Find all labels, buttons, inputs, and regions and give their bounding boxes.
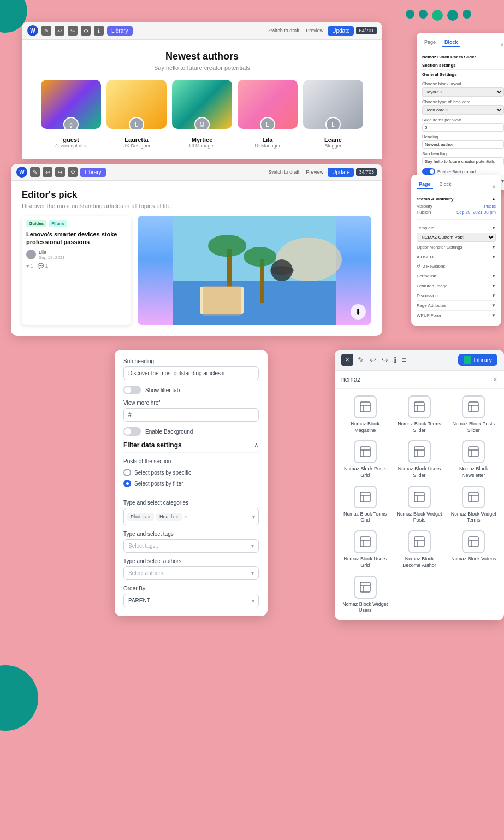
select-by-filter-radio[interactable] <box>123 480 131 487</box>
panel2-switch-draft-btn[interactable]: Switch to draft <box>266 168 301 176</box>
sub-heading-input[interactable] <box>422 157 504 165</box>
hero-download-button[interactable]: ⬇ <box>351 304 366 320</box>
sub-heading-form-input[interactable] <box>123 366 259 380</box>
page-settings-close[interactable]: × <box>492 183 496 191</box>
tags-label: Type and select tags <box>123 531 259 537</box>
card-type-select[interactable]: icon card 2 <box>422 105 504 115</box>
redo-icon[interactable]: ↪ <box>68 26 78 36</box>
panel2-library-button[interactable]: Library <box>80 168 106 177</box>
tab-page[interactable]: Page <box>417 180 433 189</box>
library-close-button[interactable]: × <box>341 354 353 366</box>
author-card-3: L Lila UI Manager <box>238 80 298 149</box>
library-block-icon-1 <box>408 395 431 418</box>
categories-label: Type and select categories <box>123 500 259 506</box>
slide-items-input[interactable] <box>422 123 504 132</box>
featured-image-section[interactable]: Featured Image ▼ <box>417 281 496 291</box>
library-search-input[interactable] <box>341 376 493 383</box>
heading-input[interactable] <box>422 140 504 149</box>
library-block-0[interactable]: Ncmaz Block Magazine <box>341 395 389 434</box>
category-tag-health-remove[interactable]: × <box>175 514 179 520</box>
select-by-specific-label: Select posts by specific <box>134 470 191 476</box>
library-block-5[interactable]: Ncmaz Block Newsletter <box>450 440 497 478</box>
panel2-undo-icon[interactable]: ↩ <box>43 167 52 177</box>
library-list-button[interactable]: ≡ <box>401 354 407 365</box>
preview-btn[interactable]: Preview <box>304 27 325 34</box>
block-layout-row: Choose block layout layout 1 <box>422 81 504 97</box>
category-tag-photos-remove[interactable]: × <box>147 514 151 520</box>
library-button[interactable]: Library <box>107 26 133 36</box>
subheading-form-panel: Sub heading Show filter tab View more hr… <box>115 350 268 616</box>
enable-bg-toggle[interactable] <box>123 427 141 436</box>
library-block-7[interactable]: Ncmaz Block Widget Posts <box>395 486 443 524</box>
library-block-1[interactable]: Ncmaz Block Terms Slider <box>395 395 443 434</box>
categories-multiselect[interactable]: Photos × Health × × ▾ <box>123 508 259 525</box>
block-type-label: Ncmaz Block Users Slider <box>422 55 504 60</box>
library-search-clear-icon[interactable]: × <box>493 375 497 384</box>
order-by-select[interactable]: PARENT <box>123 594 259 607</box>
library-redo-button[interactable]: ↪ <box>381 354 389 365</box>
panel2-redo-icon[interactable]: ↪ <box>55 167 65 177</box>
template-select[interactable]: NCMAZ Custom Post <box>417 233 496 242</box>
option-monster-section[interactable]: OptionMonster Settings ▼ <box>417 242 496 252</box>
switch-draft-btn[interactable]: Switch to draft <box>266 27 301 34</box>
authors-select[interactable]: Select authors... ▾ <box>123 566 259 580</box>
page-attributes-section[interactable]: Page Attributes ▼ <box>417 300 496 310</box>
svg-point-6 <box>244 247 276 267</box>
tags-select[interactable]: Select tags... ▾ <box>123 539 259 553</box>
filter-section-chevron-icon: ∧ <box>254 441 259 449</box>
library-block-11[interactable]: Ncmaz Block Videos <box>450 530 497 569</box>
info-icon[interactable]: ℹ <box>94 26 104 36</box>
library-blocks-grid: Ncmaz Block Magazine Ncmaz Block Terms S… <box>335 389 504 620</box>
template-section[interactable]: Template ▼ <box>417 223 496 233</box>
library-block-10[interactable]: Ncmaz Block Become Author <box>395 530 443 569</box>
library-undo-button[interactable]: ↩ <box>369 354 377 365</box>
show-filter-toggle[interactable] <box>123 386 141 394</box>
settings-tab-page[interactable]: Page <box>422 38 438 47</box>
author-image-2: M <box>172 80 232 129</box>
svg-rect-16 <box>469 447 478 457</box>
wpuf-form-section[interactable]: WPUF Form ▼ <box>417 310 496 320</box>
library-block-4[interactable]: Ncmaz Block Users Slider <box>395 440 443 478</box>
categories-clear-icon[interactable]: × <box>184 514 187 520</box>
discussion-chevron-icon: ▼ <box>491 293 496 298</box>
aioseo-section[interactable]: AIOSEO ▼ <box>417 252 496 262</box>
library-block-8[interactable]: Ncmaz Block Widget Terms <box>450 486 497 524</box>
filter-section-header[interactable]: Filter data settings ∧ <box>123 441 259 453</box>
enable-background-toggle[interactable] <box>422 168 435 175</box>
library-pencil-button[interactable]: ✎ <box>357 354 365 365</box>
categories-chevron-icon[interactable]: ▾ <box>252 514 255 520</box>
visibility-label: Visibility <box>417 204 432 209</box>
library-block-2[interactable]: Ncmaz Block Posts Slider <box>450 395 497 434</box>
revisions-row[interactable]: ↺ 2 Revisions <box>417 262 496 271</box>
library-block-12[interactable]: Ncmaz Block Widget Users <box>341 576 389 614</box>
tags-placeholder: Select tags... <box>128 543 160 549</box>
library-main-button[interactable]: Library <box>458 354 497 366</box>
undo-icon[interactable]: ↩ <box>55 26 64 36</box>
tab-block[interactable]: Block <box>437 180 454 189</box>
permalink-section[interactable]: Permalink ▼ <box>417 271 496 281</box>
library-block-icon-4 <box>408 440 431 463</box>
panel2-update-button[interactable]: Update <box>328 168 354 177</box>
discussion-section[interactable]: Discussion ▼ <box>417 291 496 300</box>
library-info-button[interactable]: ℹ <box>393 354 398 365</box>
svg-rect-19 <box>469 492 478 502</box>
settings-close-btn[interactable]: × <box>500 41 504 49</box>
library-block-3[interactable]: Ncmaz Block Posts Grid <box>341 440 389 478</box>
block-layout-select[interactable]: layout 1 <box>422 87 504 97</box>
panel2-settings-icon[interactable]: ⚙ <box>68 167 78 177</box>
panel2-preview-btn[interactable]: Preview <box>304 168 325 176</box>
card-type-row: Choose type of icon card icon card 2 <box>422 99 504 115</box>
view-href-input[interactable] <box>123 408 259 422</box>
library-block-6[interactable]: Ncmaz Block Terms Grid <box>341 486 389 524</box>
update-button[interactable]: Update <box>328 26 354 36</box>
library-block-label-1: Ncmaz Block Terms Slider <box>395 421 443 434</box>
settings-tab-block[interactable]: Block <box>442 38 460 47</box>
author-avatar-4: L <box>325 117 341 129</box>
publish-value[interactable]: Sep 29, 2021 08 pm <box>456 210 496 215</box>
visibility-value[interactable]: Public <box>484 204 496 209</box>
library-block-9[interactable]: Ncmaz Block Users Grid <box>341 530 389 569</box>
status-title: Status & Visibility <box>417 197 453 202</box>
select-by-specific-radio[interactable] <box>123 469 131 476</box>
settings-icon[interactable]: ⚙ <box>81 26 91 36</box>
article-author-avatar <box>26 250 36 259</box>
